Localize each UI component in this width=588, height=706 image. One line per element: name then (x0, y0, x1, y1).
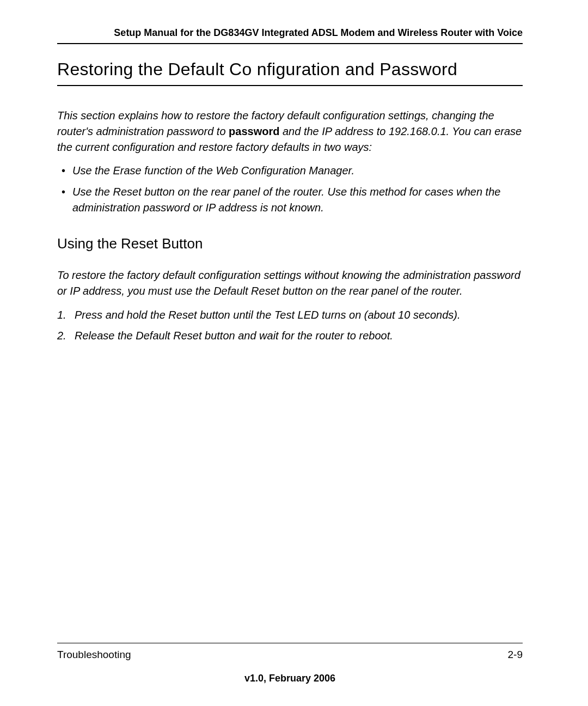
page-footer: Troubleshooting 2-9 v1.0, February 2006 (57, 643, 523, 684)
footer-page-number: 2-9 (508, 649, 523, 661)
bullet-list: Use the Erase function of the Web Config… (57, 163, 523, 216)
step-item: 2.Release the Default Reset button and w… (57, 327, 523, 344)
step-text: Press and hold the Reset button until th… (75, 309, 461, 321)
footer-line: Troubleshooting 2-9 (57, 643, 523, 661)
reset-intro-paragraph: To restore the factory default configura… (57, 267, 523, 299)
bullet-item: Use the Reset button on the rear panel o… (57, 184, 523, 216)
step-item: 1.Press and hold the Reset button until … (57, 307, 523, 323)
page-header-title: Setup Manual for the DG834GV Integrated … (57, 27, 523, 44)
step-number: 1. (57, 307, 66, 323)
main-heading: Restoring the Default Co nfiguration and… (57, 59, 523, 86)
sub-heading: Using the Reset Button (57, 235, 523, 252)
intro-bold-password: password (229, 125, 279, 137)
intro-paragraph: This section explains how to restore the… (57, 108, 523, 155)
step-number: 2. (57, 327, 66, 344)
page-container: Setup Manual for the DG834GV Integrated … (0, 0, 588, 706)
footer-version: v1.0, February 2006 (57, 673, 523, 684)
footer-section-name: Troubleshooting (57, 649, 131, 661)
bullet-item: Use the Erase function of the Web Config… (57, 163, 523, 179)
step-text: Release the Default Reset button and wai… (75, 330, 393, 342)
numbered-list: 1.Press and hold the Reset button until … (57, 307, 523, 344)
